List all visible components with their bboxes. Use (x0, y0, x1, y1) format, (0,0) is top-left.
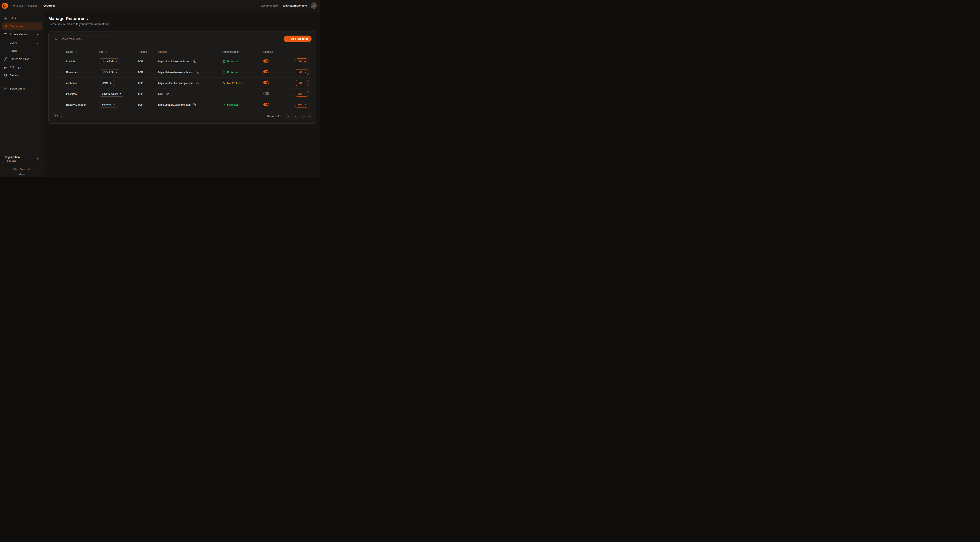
column-header-authentication[interactable]: Authentication (219, 50, 260, 53)
edit-button[interactable]: Edit (294, 69, 309, 75)
column-header-access: Access (155, 50, 219, 53)
shield-check-icon (223, 103, 226, 106)
resource-name: Authentik (63, 81, 95, 84)
open-source-link[interactable]: Open Source (13, 168, 31, 171)
open-source-label: Open Source (13, 168, 27, 171)
site-link[interactable]: Second Office (99, 91, 124, 97)
enabled-toggle[interactable] (263, 103, 269, 106)
organization-label: Organization (5, 156, 37, 159)
pagination: 20 Page 1 of 1 (53, 113, 312, 120)
avatar[interactable]: J (311, 2, 317, 9)
first-page-button[interactable] (286, 114, 291, 119)
protocol: TCP (134, 92, 155, 96)
sidebar-item-shareable-links[interactable]: Shareable Links (2, 55, 42, 62)
main-content: Manage Resources Create secure proxies t… (44, 11, 320, 177)
auth-status: - (223, 92, 223, 96)
copy-button[interactable] (196, 81, 199, 85)
ellipsis-icon (56, 92, 59, 96)
column-header-enabled: Enabled (260, 50, 289, 53)
row-menu-button[interactable] (56, 70, 60, 75)
organization-selector[interactable]: Organization Home Lab (2, 154, 42, 164)
pangolin-logo-icon[interactable] (1, 2, 9, 10)
access-url: https://authentik.example.com (158, 81, 194, 84)
column-header-name[interactable]: Name (63, 50, 95, 53)
copy-icon (197, 71, 199, 73)
sidebar-item-settings[interactable]: Settings (2, 72, 42, 79)
sidebar-item-server-admin[interactable]: Server Admin (2, 85, 42, 92)
page-info: Page 1 of 1 (267, 115, 281, 118)
chevrons-right-icon (308, 115, 310, 118)
site-link[interactable]: Home Lab (99, 59, 120, 64)
arrow-up-right-icon (119, 93, 121, 95)
ellipsis-icon (56, 60, 59, 63)
site-link[interactable]: Home Lab (99, 69, 120, 75)
copy-button[interactable] (193, 60, 197, 63)
table-row: Postgres Second Office TCP 5432 - Edit (53, 89, 312, 99)
access-url: https://immich.example.com (158, 60, 191, 63)
sidebar-item-roles[interactable]: Roles (2, 47, 42, 54)
search-input[interactable] (53, 35, 120, 42)
breadcrumb: home-lab settings resources (12, 4, 56, 7)
users-icon (4, 33, 7, 36)
breadcrumb-settings[interactable]: settings (28, 4, 37, 7)
breadcrumb-separator-icon (24, 5, 27, 7)
sidebar-item-users[interactable]: Users (2, 39, 42, 46)
copy-button[interactable] (166, 92, 170, 96)
edit-button[interactable]: Edit (294, 102, 309, 107)
site-name: Home Lab (102, 60, 114, 63)
page-size-select[interactable]: 20 (53, 113, 65, 120)
table-row: Battery Manager Edge 01 TCP https://batt… (53, 99, 312, 110)
row-menu-button[interactable] (56, 92, 60, 96)
last-page-button[interactable] (307, 114, 312, 119)
copy-button[interactable] (196, 70, 200, 74)
arrow-right-icon (304, 82, 306, 84)
enabled-toggle[interactable] (263, 70, 269, 73)
row-menu-button[interactable] (56, 81, 60, 85)
auth-status: Protected (227, 71, 239, 74)
table-row: Immich Home Lab TCP https://immich.examp… (53, 56, 312, 67)
sidebar-item-resources[interactable]: Resources (2, 22, 42, 30)
chevrons-left-icon (288, 115, 290, 118)
arrow-up-right-icon (110, 82, 112, 84)
sidebar-item-sites[interactable]: Sites (2, 14, 42, 22)
page-size-value: 20 (55, 115, 58, 118)
breadcrumb-org[interactable]: home-lab (12, 4, 23, 7)
sidebar-item-label: Resources (10, 25, 23, 28)
resource-name: Battery Manager (63, 103, 95, 106)
chevron-right-icon (37, 41, 40, 44)
resources-card: Add Resource Name Site (48, 31, 316, 124)
previous-page-button[interactable] (293, 114, 298, 119)
enabled-toggle[interactable] (263, 81, 269, 84)
link-icon (4, 57, 7, 61)
copy-button[interactable] (192, 103, 196, 107)
add-resource-button[interactable]: Add Resource (283, 35, 312, 42)
column-header-site[interactable]: Site (95, 50, 134, 53)
next-page-button[interactable] (300, 114, 305, 119)
documentation-link[interactable]: Documentation (261, 4, 279, 7)
edit-button[interactable]: Edit (294, 91, 309, 97)
row-menu-button[interactable] (56, 102, 60, 107)
arrow-up-right-icon (115, 71, 117, 73)
auth-status: Protected (227, 60, 239, 63)
protocol: TCP (134, 103, 155, 106)
copy-icon (193, 104, 196, 106)
app-window: home-lab settings resources Documentatio… (0, 0, 320, 177)
add-resource-label: Add Resource (291, 37, 309, 40)
edit-button[interactable]: Edit (294, 80, 309, 86)
user-email[interactable]: joe@example.com (283, 4, 307, 7)
chevron-down-icon (60, 115, 62, 118)
resources-table: Name Site Protocol Access (53, 48, 312, 110)
enabled-toggle[interactable] (263, 92, 269, 95)
edit-button[interactable]: Edit (294, 59, 309, 64)
access-url: https://bitwarden.example.com (158, 71, 194, 74)
enabled-toggle[interactable] (263, 59, 269, 62)
sidebar-item-api-keys[interactable]: API Keys (2, 63, 42, 71)
site-name: Home Lab (102, 71, 114, 73)
site-link[interactable]: Office (99, 80, 115, 86)
sidebar-item-label: Settings (10, 74, 20, 77)
sidebar-item-access-control[interactable]: Access Control (2, 31, 42, 38)
row-menu-button[interactable] (56, 59, 60, 64)
workflow-icon (4, 16, 7, 20)
site-link[interactable]: Edge 01 (99, 102, 118, 107)
sidebar-item-label: Roles (10, 49, 17, 52)
